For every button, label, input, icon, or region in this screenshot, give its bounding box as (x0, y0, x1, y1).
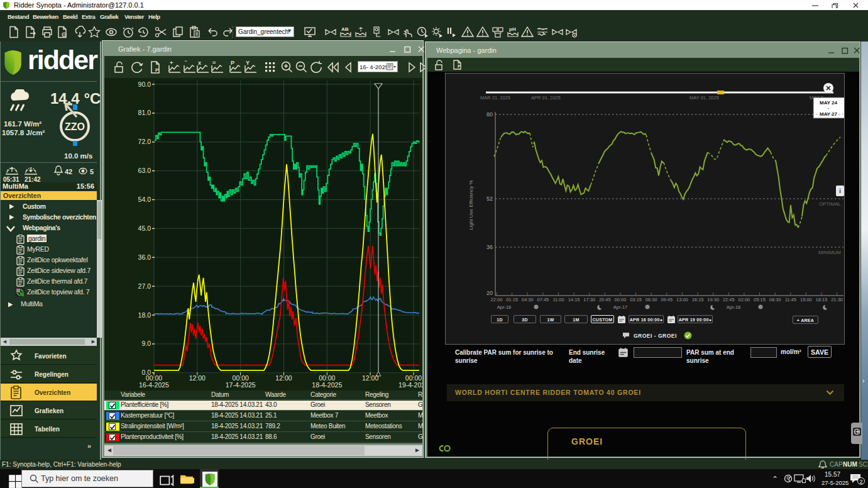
svg-text:12:00: 12:00 (362, 374, 378, 382)
svg-text:52: 52 (486, 196, 493, 202)
svg-text:19:30: 19:30 (707, 297, 719, 302)
svg-text:36.0: 36.0 (138, 253, 151, 261)
svg-text:11:45: 11:45 (785, 297, 796, 302)
svg-text:12:00: 12:00 (275, 374, 292, 382)
svg-text:36: 36 (486, 244, 493, 250)
svg-text:Apr-18: Apr-18 (727, 304, 741, 310)
svg-text:72.0: 72.0 (138, 138, 151, 145)
svg-text:81.0: 81.0 (138, 109, 151, 116)
svg-text:09:45: 09:45 (661, 297, 673, 302)
svg-text:+: + (170, 60, 173, 66)
svg-text:MINIMUM: MINIMUM (818, 250, 841, 255)
svg-text:13:00: 13:00 (676, 297, 688, 302)
svg-text:P: P (458, 64, 461, 69)
svg-text:=: = (212, 60, 216, 66)
svg-text:-: - (828, 105, 830, 111)
svg-text:54.0: 54.0 (138, 196, 151, 203)
svg-text:9.0: 9.0 (141, 340, 151, 347)
svg-text:APR 01, 2025: APR 01, 2025 (531, 95, 561, 101)
svg-text:03:15: 03:15 (630, 297, 642, 302)
svg-text:20:45: 20:45 (599, 297, 611, 302)
svg-text:ˇ: ˇ (185, 60, 187, 66)
svg-text:18-4-2025: 18-4-2025 (312, 381, 342, 389)
svg-text:16:15: 16:15 (692, 297, 704, 302)
svg-text:ZZO: ZZO (65, 121, 85, 132)
svg-text:14:15: 14:15 (568, 297, 580, 302)
svg-text:5: 5 (90, 168, 94, 175)
svg-text:OPTIMAL: OPTIMAL (819, 201, 842, 207)
svg-text:45.0: 45.0 (138, 225, 151, 232)
svg-text:06:30: 06:30 (646, 297, 657, 302)
svg-text:11:00: 11:00 (552, 297, 564, 302)
svg-text:x: x (198, 60, 201, 66)
svg-text:Apr-17: Apr-17 (613, 304, 628, 310)
svg-text:27.0: 27.0 (138, 282, 151, 290)
svg-text:pH: pH (509, 26, 516, 32)
svg-text:22:00: 22:00 (491, 297, 503, 302)
svg-text:00:00: 00:00 (615, 297, 627, 302)
svg-text:05:15: 05:15 (754, 297, 766, 302)
svg-text:MAR 21, 2025: MAR 21, 2025 (480, 95, 510, 101)
svg-text:Y: Y (246, 60, 250, 66)
svg-text:i: i (839, 188, 841, 194)
svg-text:17:30: 17:30 (583, 297, 595, 302)
svg-text:07:45: 07:45 (537, 297, 549, 302)
svg-text:17-4-2025: 17-4-2025 (226, 381, 256, 389)
svg-text:90.0: 90.0 (138, 80, 151, 88)
svg-text:08:30: 08:30 (769, 297, 781, 302)
svg-text:02:00: 02:00 (739, 297, 750, 302)
svg-text:Light Use Efficiency %: Light Use Efficiency % (468, 180, 474, 230)
svg-text:P: P (155, 67, 159, 73)
svg-text:16-4-2025: 16-4-2025 (139, 381, 169, 389)
svg-text:80: 80 (486, 111, 493, 118)
svg-text:P: P (231, 60, 234, 66)
svg-text:AB: AB (341, 26, 349, 32)
svg-text:18.0: 18.0 (138, 311, 151, 319)
svg-text:20: 20 (486, 290, 493, 296)
svg-text:18:15: 18:15 (816, 297, 828, 302)
svg-text:12:00: 12:00 (189, 374, 206, 382)
svg-text:04:30: 04:30 (522, 297, 534, 302)
svg-text:Apr-16: Apr-16 (497, 304, 512, 310)
svg-text:2: 2 (859, 479, 862, 485)
svg-text:MAY 01, 2025: MAY 01, 2025 (689, 95, 719, 101)
svg-text:21:30: 21:30 (831, 297, 843, 302)
svg-text:22:45: 22:45 (723, 297, 735, 302)
svg-text:63.0: 63.0 (138, 167, 151, 174)
svg-text:01:15: 01:15 (506, 297, 518, 302)
svg-text:42: 42 (65, 168, 72, 175)
svg-text:15:00: 15:00 (800, 297, 812, 302)
svg-text:19-4-2025: 19-4-2025 (398, 381, 422, 389)
